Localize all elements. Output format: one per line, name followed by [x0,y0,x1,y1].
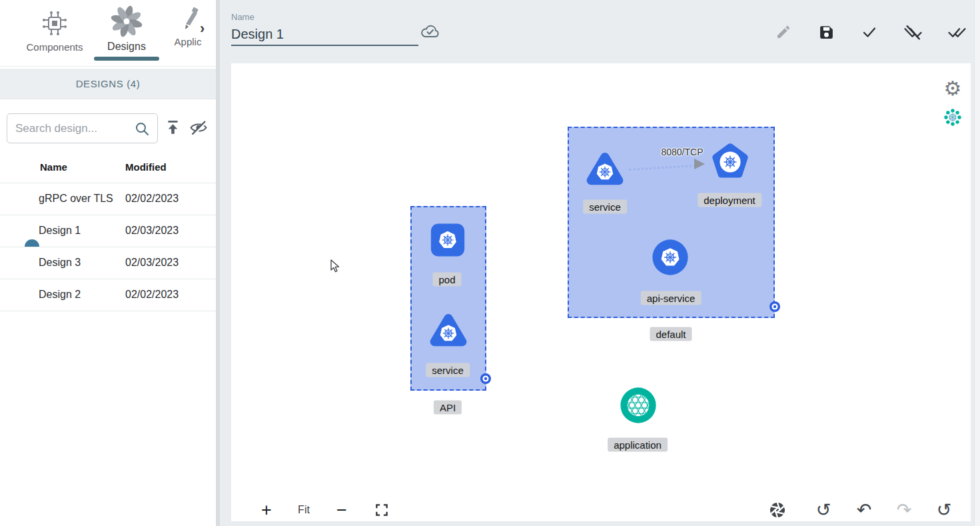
designs-pinwheel-icon [110,5,143,38]
node-label-chip: service [583,200,627,214]
node-label-chip: pod [432,273,461,287]
node-pod[interactable] [423,215,472,265]
edit-design-button[interactable] [771,20,795,44]
table-row[interactable]: Design 2 02/02/2023 [0,279,216,311]
node-label-chip: api-service [641,291,702,305]
node-service-default[interactable] [580,145,630,195]
column-header-name[interactable]: Name [40,161,67,173]
table-row[interactable]: Design 3 02/03/2023 [0,247,216,279]
design-name: Design 3 [39,257,81,269]
group-label-chip: default [650,327,692,341]
search-icon[interactable] [134,121,151,137]
design-canvas[interactable]: ⚙ 8080/TCP [231,63,971,521]
group-resize-handle[interactable] [480,373,492,385]
node-application[interactable] [614,381,663,430]
design-name: Design 1 [39,225,81,237]
design-name-input[interactable] [231,27,418,42]
screenshot-button[interactable] [769,501,786,519]
zoom-in-button[interactable]: + [261,500,272,521]
fullscreen-icon [375,503,389,517]
fit-view-button[interactable]: Fit [298,504,310,516]
design-modified: 02/02/2023 [125,193,179,205]
node-label-chip: application [608,438,668,452]
design-name: gRPC over TLS [39,193,113,205]
tab-components[interactable]: Components [12,0,97,67]
redo-button[interactable]: ↷ [897,499,912,521]
node-api-service[interactable] [646,233,695,282]
design-table-header: Name Modified [0,156,216,183]
components-chip-icon [39,8,70,39]
vertical-scrollbar[interactable] [974,0,980,526]
group-label-chip: API [434,401,462,415]
mouse-cursor [328,259,342,273]
design-search-input[interactable] [15,114,135,143]
column-header-modified[interactable]: Modified [125,161,167,173]
pencil-icon [775,24,791,40]
tab-components-label: Components [12,41,97,53]
applications-icon [177,7,199,33]
design-modified: 02/02/2023 [125,289,179,301]
reset-rotation-button[interactable]: ↺ [816,499,831,521]
design-name: Design 2 [39,289,81,301]
design-modified: 02/03/2023 [125,257,179,269]
tab-applications[interactable]: Applic [160,0,216,67]
tab-applications-label: Applic [160,36,216,47]
double-check-icon [948,23,966,41]
undeploy-design-button[interactable] [901,20,925,44]
save-floppy-icon [818,24,835,41]
tab-designs-label: Designs [97,41,156,53]
meshery-adapter-icon[interactable] [943,108,962,127]
aperture-icon [769,501,786,519]
left-sidebar: Components Designs [0,0,216,526]
sidebar-scrollbar[interactable] [216,0,220,526]
node-label-chip: deployment [698,193,761,207]
design-name-label: Name [231,12,254,22]
save-design-button[interactable] [814,20,838,44]
tab-overflow-chevron-icon[interactable]: › [200,20,205,37]
design-workspace: Name [216,0,980,526]
undo-button[interactable]: ↶ [857,499,872,521]
edge-port-label: 8080/TCP [661,147,703,157]
upload-design-icon[interactable] [164,119,182,137]
validate-design-button[interactable] [857,20,881,44]
sidebar-tabbar: Components Designs [0,0,216,67]
node-deployment[interactable] [706,137,755,187]
reload-button[interactable]: ↺ [937,499,952,521]
name-input-underline [231,45,418,46]
canvas-settings-gear-icon[interactable]: ⚙ [944,77,962,100]
design-search-box [7,113,158,143]
active-tab-underline [94,57,159,61]
designs-count-header: DESIGNS (4) [0,69,216,99]
design-actions-toolbar [769,20,969,44]
table-row[interactable]: gRPC over TLS 02/02/2023 [0,183,216,215]
zoom-out-button[interactable]: − [336,500,347,521]
visibility-off-icon[interactable] [189,119,208,137]
cloud-saved-icon [420,23,440,40]
fullscreen-button[interactable] [375,503,389,517]
design-modified: 02/03/2023 [125,225,179,237]
group-resize-handle[interactable] [769,301,781,313]
edge-arrowhead [694,159,705,169]
check-icon [861,23,878,41]
design-search-row [0,112,216,144]
double-check-crossed-icon [904,23,922,41]
table-divider [0,311,216,311]
node-service-api[interactable] [424,307,473,356]
deploy-design-button[interactable] [945,20,969,44]
node-label-chip: service [426,363,470,377]
